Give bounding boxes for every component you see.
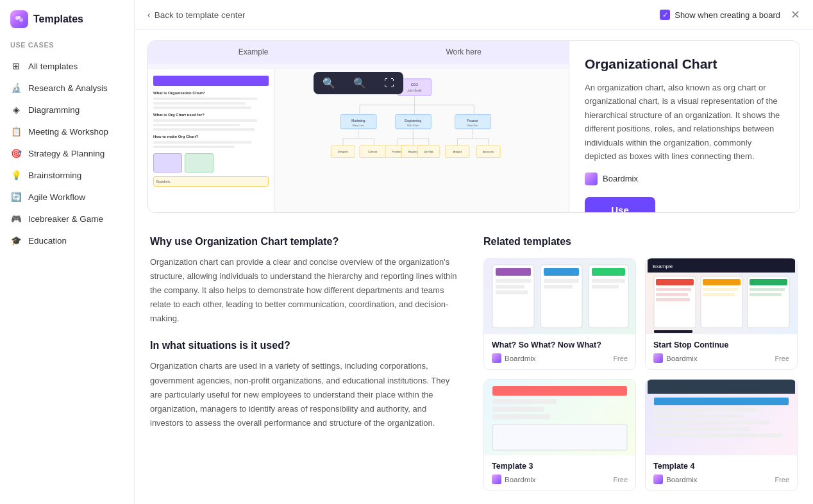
svg-rect-75 (654, 330, 692, 333)
svg-rect-77 (492, 399, 557, 404)
svg-rect-76 (492, 386, 627, 396)
related-card-wsn[interactable]: What? So What? Now What? Boardmix Free (483, 258, 636, 370)
svg-rect-57 (544, 285, 573, 289)
card-4-image (646, 380, 797, 455)
sidebar-item-brainstorming[interactable]: 💡 Brainstorming (0, 164, 134, 186)
topbar: ‹ Back to template center ✓ Show when cr… (135, 0, 813, 30)
card-4-footer: Template 4 Boardmix Free (646, 455, 797, 491)
sidebar-item-diagramming[interactable]: ◈ Diagramming (0, 99, 134, 121)
diagram-icon: ◈ (10, 105, 22, 115)
author-row: Boardmix (585, 172, 784, 185)
checkbox-checked-icon[interactable]: ✓ (660, 10, 670, 20)
card-3-image (484, 380, 635, 455)
sidebar-item-strategy-planning[interactable]: 🎯 Strategy & Planning (0, 142, 134, 164)
svg-text:Example: Example (653, 264, 673, 269)
card-ssc-image: Example (646, 258, 797, 334)
show-checkbox-label[interactable]: ✓ Show when creating a board (660, 10, 780, 20)
svg-rect-54 (496, 285, 524, 289)
card-wsn-badge: Free (613, 355, 628, 362)
sidebar-label: Meeting & Workshop (28, 127, 108, 137)
sidebar-label: All templates (28, 62, 78, 71)
svg-text:Sara Kim: Sara Kim (467, 124, 478, 127)
back-button[interactable]: ‹ Back to template center (147, 10, 246, 20)
svg-rect-67 (750, 279, 787, 285)
zoom-out-button[interactable]: 🔍 (344, 72, 375, 94)
svg-point-1 (19, 18, 23, 22)
svg-rect-70 (656, 298, 690, 301)
related-card-3[interactable]: Template 3 Boardmix Free (483, 379, 636, 491)
svg-rect-56 (544, 279, 579, 283)
sidebar-label: Strategy & Planning (28, 149, 105, 158)
svg-text:Marketing: Marketing (351, 119, 365, 122)
svg-rect-81 (648, 380, 795, 394)
svg-rect-83 (654, 408, 757, 412)
sidebar-label: Education (28, 236, 67, 246)
card-ssc-author: Boardmix (666, 355, 698, 362)
svg-rect-58 (592, 279, 625, 283)
close-button[interactable]: ✕ (791, 9, 800, 21)
sidebar: Templates Use cases ⊞ All templates 🔬 Re… (0, 0, 135, 504)
card-ssc-title: Start Stop Continue (653, 340, 789, 349)
template-detail-area: Example Work here 🔍 🔍 ⛶ (147, 40, 800, 213)
card-ssc-footer: Start Stop Continue Boardmix Free (646, 334, 797, 369)
sidebar-item-research-analysis[interactable]: 🔬 Research & Analysis (0, 77, 134, 99)
svg-text:Bob Chen: Bob Chen (407, 124, 419, 127)
related-templates-title: Related templates (483, 236, 798, 248)
related-card-ssc[interactable]: Example (645, 258, 798, 370)
svg-rect-52 (592, 268, 625, 276)
preview-tabs: Example Work here (148, 41, 569, 64)
fullscreen-button[interactable]: ⛶ (375, 72, 403, 94)
tab-work-here[interactable]: Work here (358, 41, 569, 64)
template-title: Organizational Chart (585, 56, 784, 72)
svg-rect-68 (656, 288, 691, 291)
grid-icon: ⊞ (10, 61, 22, 71)
svg-rect-84 (654, 414, 744, 418)
bottom-content: Why use Organization Chart template? Org… (135, 223, 813, 504)
svg-rect-59 (592, 285, 619, 289)
card-4-title: Template 4 (653, 462, 789, 471)
sidebar-item-icebreaker-game[interactable]: 🎮 Icebreaker & Game (0, 208, 134, 230)
sidebar-item-meeting-workshop[interactable]: 📋 Meeting & Workshop (0, 121, 134, 142)
agile-icon: 🔄 (10, 192, 22, 202)
card-4-author-icon (653, 475, 663, 484)
game-icon: 🎮 (10, 214, 22, 224)
svg-text:DevOps: DevOps (424, 150, 433, 153)
card-3-footer: Template 3 Boardmix Free (484, 455, 635, 491)
sidebar-item-all-templates[interactable]: ⊞ All templates (0, 55, 134, 77)
svg-rect-72 (703, 293, 735, 296)
sidebar-item-agile-workflow[interactable]: 🔄 Agile Workflow (0, 186, 134, 208)
fullscreen-icon: ⛶ (384, 78, 394, 88)
doc-panel: What is Organization Chart? What is Org … (148, 69, 274, 212)
svg-rect-80 (492, 424, 627, 450)
svg-text:Engineering: Engineering (405, 119, 421, 122)
sidebar-logo: Templates (0, 10, 134, 41)
svg-rect-69 (656, 293, 688, 296)
svg-rect-71 (703, 288, 738, 291)
strategy-icon: 🎯 (10, 148, 22, 158)
sidebar-item-education[interactable]: 🎓 Education (0, 230, 134, 251)
sidebar-label: Icebreaker & Game (28, 214, 103, 224)
template-description: An organization chart, also known as org… (585, 81, 784, 164)
zoom-controls: 🔍 🔍 ⛶ (314, 72, 403, 94)
use-template-button[interactable]: Use (585, 197, 655, 212)
left-description-col: Why use Organization Chart template? Org… (150, 236, 458, 491)
card-wsn-title: What? So What? Now What? (492, 340, 628, 349)
research-icon: 🔬 (10, 83, 22, 93)
why-section-heading: Why use Organization Chart template? (150, 236, 458, 248)
sidebar-section-title: Use cases (0, 41, 134, 55)
main-content: ‹ Back to template center ✓ Show when cr… (135, 0, 813, 504)
related-templates-col: Related templates (483, 236, 798, 491)
zoom-in-button[interactable]: 🔍 (314, 72, 344, 94)
card-wsn-author: Boardmix (505, 355, 536, 362)
svg-rect-85 (654, 421, 769, 424)
card-3-badge: Free (613, 476, 628, 483)
svg-text:John Smith: John Smith (407, 89, 422, 92)
card-4-badge: Free (775, 476, 789, 483)
zoom-out-icon: 🔍 (353, 78, 366, 88)
svg-rect-50 (496, 268, 531, 276)
related-card-4[interactable]: Template 4 Boardmix Free (645, 379, 798, 491)
svg-rect-66 (703, 279, 741, 285)
svg-rect-53 (496, 279, 531, 283)
card-3-author: Boardmix (505, 476, 536, 483)
tab-example[interactable]: Example (148, 41, 358, 64)
